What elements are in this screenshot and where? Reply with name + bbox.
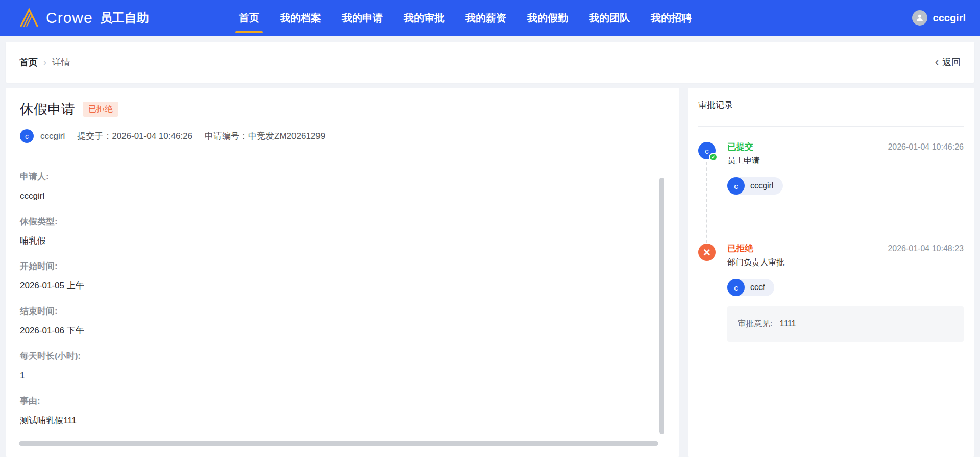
approval-record-rejected: ✕ 已拒绝 2026-01-04 10:48:23 部门负责人审批 c cccf… bbox=[698, 244, 964, 342]
field-start-time: 开始时间: 2026-01-05 上午 bbox=[20, 261, 665, 291]
approval-history-panel: 审批记录 c ✓ 已提交 2026-01-04 10:46:26 员工申请 c … bbox=[688, 88, 974, 457]
submitter-name: cccgirl bbox=[40, 131, 65, 141]
field-end-time: 结束时间: 2026-01-06 下午 bbox=[20, 306, 665, 336]
nav-item-my-requests[interactable]: 我的申请 bbox=[342, 0, 383, 36]
leave-request-detail-card: 休假申请 已拒绝 c cccgirl 提交于：2026-01-04 10:46:… bbox=[6, 88, 679, 457]
nav-item-my-profile[interactable]: 我的档案 bbox=[280, 0, 321, 36]
check-icon: ✓ bbox=[709, 153, 718, 161]
field-leave-type: 休假类型: 哺乳假 bbox=[20, 217, 665, 246]
assignee-avatar: c bbox=[727, 177, 745, 195]
submitted-at-label: 提交于： bbox=[77, 131, 112, 141]
field-label: 申请人: bbox=[20, 172, 665, 182]
breadcrumb-home-link[interactable]: 首页 bbox=[19, 56, 38, 68]
back-button[interactable]: ‹ 返回 bbox=[935, 56, 961, 68]
back-button-label: 返回 bbox=[942, 56, 961, 68]
field-value: 1 bbox=[20, 371, 665, 381]
reject-x-icon: ✕ bbox=[698, 244, 716, 261]
field-label: 结束时间: bbox=[20, 306, 665, 317]
breadcrumb-bar: 首页 › 详情 ‹ 返回 bbox=[6, 42, 974, 83]
main-nav: 首页 我的档案 我的申请 我的审批 我的薪资 我的假勤 我的团队 我的招聘 bbox=[239, 0, 692, 36]
chevron-right-icon: › bbox=[43, 57, 46, 68]
field-value: 2026-01-06 下午 bbox=[20, 326, 665, 336]
submitted-at-value: 2026-01-04 10:46:26 bbox=[112, 131, 192, 141]
record-time: 2026-01-04 10:46:26 bbox=[888, 142, 964, 152]
title-row: 休假申请 已拒绝 bbox=[20, 100, 665, 118]
nav-item-my-approvals[interactable]: 我的审批 bbox=[404, 0, 445, 36]
logo-area: Crowe 员工自助 bbox=[18, 7, 149, 29]
field-value: cccgirl bbox=[20, 191, 665, 201]
nav-item-my-salary[interactable]: 我的薪资 bbox=[465, 0, 506, 36]
nav-item-my-attendance[interactable]: 我的假勤 bbox=[527, 0, 568, 36]
nav-item-my-team[interactable]: 我的团队 bbox=[589, 0, 630, 36]
divider bbox=[698, 126, 964, 127]
assignee-chip: c cccgirl bbox=[727, 177, 783, 195]
breadcrumb-current: 详情 bbox=[52, 56, 70, 68]
timeline-connector bbox=[706, 162, 707, 243]
approval-timeline: c ✓ 已提交 2026-01-04 10:46:26 员工申请 c cccgi… bbox=[698, 142, 964, 342]
record-step: 员工申请 bbox=[727, 156, 964, 166]
app-title: 员工自助 bbox=[100, 10, 149, 26]
crowe-logo-icon bbox=[18, 7, 40, 29]
record-time: 2026-01-04 10:48:23 bbox=[888, 244, 964, 254]
field-label: 开始时间: bbox=[20, 261, 665, 272]
request-number-label: 申请编号： bbox=[205, 131, 248, 141]
approval-panel-title: 审批记录 bbox=[698, 99, 964, 111]
field-label: 每天时长(小时): bbox=[20, 351, 665, 362]
approval-record-submitted: c ✓ 已提交 2026-01-04 10:46:26 员工申请 c cccgi… bbox=[698, 142, 964, 195]
record-status: 已提交 bbox=[727, 142, 753, 152]
record-status: 已拒绝 bbox=[727, 244, 753, 254]
app-header: Crowe 员工自助 首页 我的档案 我的申请 我的审批 我的薪资 我的假勤 我… bbox=[0, 0, 980, 36]
comment-label: 审批意见: bbox=[738, 319, 772, 328]
record-avatar-letter: c bbox=[705, 147, 709, 155]
approval-comment-box: 审批意见:1111 bbox=[727, 306, 964, 342]
user-avatar-icon bbox=[912, 10, 927, 26]
nav-item-home[interactable]: 首页 bbox=[239, 0, 259, 36]
field-hours-per-day: 每天时长(小时): 1 bbox=[20, 351, 665, 381]
comment-value: 1111 bbox=[779, 319, 796, 328]
person-icon bbox=[915, 13, 924, 22]
vertical-scrollbar[interactable] bbox=[659, 178, 664, 434]
status-badge: 已拒绝 bbox=[83, 102, 118, 116]
user-menu[interactable]: cccgirl bbox=[912, 0, 966, 36]
horizontal-scrollbar[interactable] bbox=[19, 441, 658, 446]
user-name: cccgirl bbox=[933, 12, 966, 24]
submitter-avatar: c bbox=[20, 129, 34, 143]
field-label: 事由: bbox=[20, 396, 665, 406]
field-label: 休假类型: bbox=[20, 217, 665, 227]
field-applicant: 申请人: cccgirl bbox=[20, 172, 665, 201]
assignee-avatar: c bbox=[727, 279, 745, 296]
nav-item-my-recruiting[interactable]: 我的招聘 bbox=[651, 0, 692, 36]
field-value: 测试哺乳假111 bbox=[20, 416, 665, 426]
divider bbox=[20, 153, 665, 153]
chevron-left-icon: ‹ bbox=[935, 57, 939, 68]
field-reason: 事由: 测试哺乳假111 bbox=[20, 396, 665, 426]
submitted-at: 提交于：2026-01-04 10:46:26 bbox=[77, 130, 192, 142]
assignee-name: cccf bbox=[750, 283, 765, 292]
record-step: 部门负责人审批 bbox=[727, 257, 964, 268]
request-fields: 申请人: cccgirl 休假类型: 哺乳假 开始时间: 2026-01-05 … bbox=[20, 172, 665, 426]
request-meta-row: c cccgirl 提交于：2026-01-04 10:46:26 申请编号：中… bbox=[20, 129, 665, 143]
field-value: 2026-01-05 上午 bbox=[20, 281, 665, 291]
assignee-chip: c cccf bbox=[727, 279, 774, 296]
assignee-name: cccgirl bbox=[750, 181, 773, 190]
request-number: 申请编号：中竞发ZM20261299 bbox=[205, 130, 325, 142]
field-value: 哺乳假 bbox=[20, 236, 665, 246]
record-avatar: c ✓ bbox=[698, 142, 716, 159]
request-number-value: 中竞发ZM20261299 bbox=[248, 131, 325, 141]
record-head: 已提交 2026-01-04 10:46:26 bbox=[727, 142, 964, 152]
brand-wordmark: Crowe bbox=[46, 9, 93, 27]
page-title: 休假申请 bbox=[20, 100, 75, 118]
record-head: 已拒绝 2026-01-04 10:48:23 bbox=[727, 244, 964, 254]
